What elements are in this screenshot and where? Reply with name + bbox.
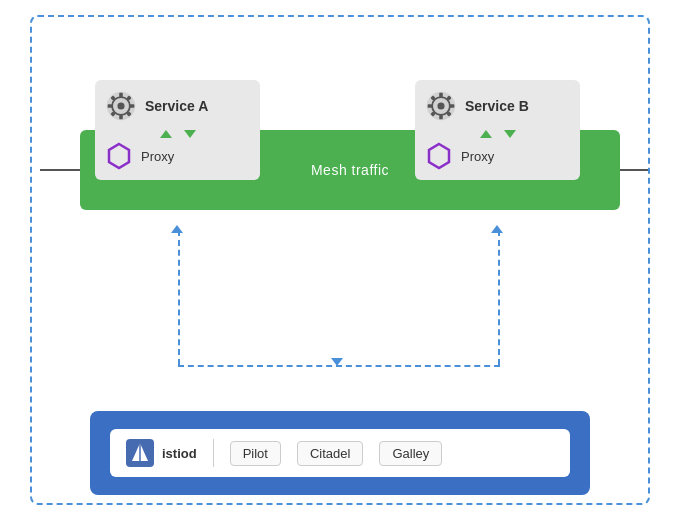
arrow-up-a [160,130,172,138]
galley-label: Galley [379,441,442,466]
svg-marker-23 [429,144,449,168]
service-b-proxy-row: Proxy [425,142,570,170]
dashed-line-a [178,230,180,365]
service-b-gear-icon [425,90,457,122]
svg-point-14 [437,102,444,109]
istiod-inner: istiod Pilot Citadel Galley [110,429,570,477]
dashed-line-b [498,230,500,365]
proxy-a-label: Proxy [141,149,174,164]
svg-rect-15 [439,93,443,97]
svg-point-2 [117,102,124,109]
service-a-arrows [105,130,250,138]
service-b-header: Service B [425,90,570,122]
dashed-arrow-down [331,358,343,366]
svg-rect-16 [439,115,443,119]
service-b-arrows [425,130,570,138]
citadel-label: Citadel [297,441,363,466]
svg-rect-5 [108,104,112,108]
service-b-name: Service B [465,98,529,114]
svg-rect-17 [428,104,432,108]
istiod-logo: istiod [126,439,197,467]
dashed-arrow-b [491,225,503,233]
istiod-logo-text: istiod [162,446,197,461]
istiod-sail-icon [126,439,154,467]
svg-rect-4 [119,115,123,119]
h-line-ext [618,169,648,171]
service-a-gear-icon [105,90,137,122]
diagram-container: Mesh traffic Service A [30,15,650,515]
arrow-down-b [504,130,516,138]
service-a-header: Service A [105,90,250,122]
service-a-name: Service A [145,98,208,114]
svg-rect-6 [130,104,134,108]
mesh-label: Mesh traffic [311,162,389,178]
arrow-down-a [184,130,196,138]
svg-marker-11 [109,144,129,168]
proxy-b-label: Proxy [461,149,494,164]
proxy-b-hex-icon [425,142,453,170]
istiod-divider [213,439,214,467]
proxy-a-hex-icon [105,142,133,170]
service-a-box: Service A Proxy [95,80,260,180]
istiod-panel: istiod Pilot Citadel Galley [90,411,590,495]
pilot-label: Pilot [230,441,281,466]
svg-rect-3 [119,93,123,97]
dashed-arrow-a [171,225,183,233]
arrow-up-b [480,130,492,138]
service-a-proxy-row: Proxy [105,142,250,170]
svg-rect-18 [450,104,454,108]
service-b-box: Service B Proxy [415,80,580,180]
